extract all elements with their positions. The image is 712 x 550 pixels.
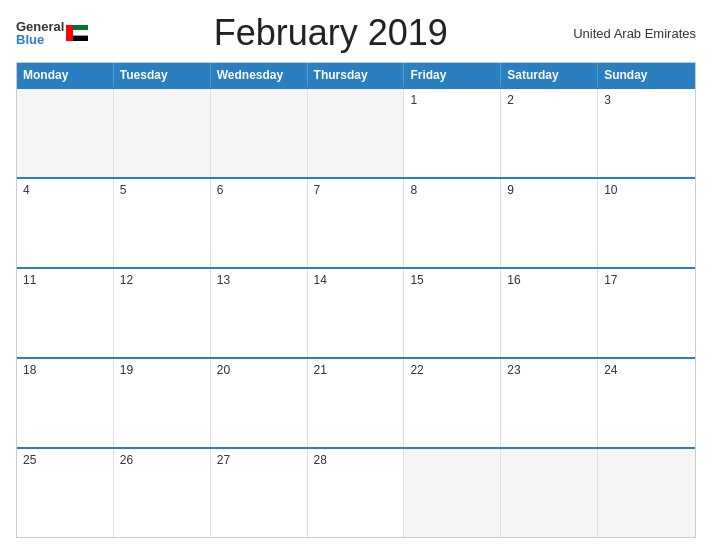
cal-cell <box>17 89 114 177</box>
day-number: 18 <box>23 363 107 377</box>
calendar-header-row: Monday Tuesday Wednesday Thursday Friday… <box>17 63 695 87</box>
day-number: 15 <box>410 273 494 287</box>
col-sunday: Sunday <box>598 63 695 87</box>
cal-cell <box>501 449 598 537</box>
day-number: 24 <box>604 363 689 377</box>
cal-cell: 13 <box>211 269 308 357</box>
cal-cell: 19 <box>114 359 211 447</box>
cal-cell: 18 <box>17 359 114 447</box>
logo-flag-icon <box>66 25 88 41</box>
col-monday: Monday <box>17 63 114 87</box>
cal-cell: 22 <box>404 359 501 447</box>
day-number: 23 <box>507 363 591 377</box>
cal-cell: 23 <box>501 359 598 447</box>
day-number: 19 <box>120 363 204 377</box>
cal-cell: 7 <box>308 179 405 267</box>
cal-cell: 10 <box>598 179 695 267</box>
cal-cell: 4 <box>17 179 114 267</box>
cal-cell: 26 <box>114 449 211 537</box>
cal-cell <box>598 449 695 537</box>
day-number: 17 <box>604 273 689 287</box>
cal-cell: 8 <box>404 179 501 267</box>
country-label: United Arab Emirates <box>573 26 696 41</box>
col-saturday: Saturday <box>501 63 598 87</box>
cal-cell: 5 <box>114 179 211 267</box>
col-friday: Friday <box>404 63 501 87</box>
day-number: 21 <box>314 363 398 377</box>
day-number: 26 <box>120 453 204 467</box>
cal-cell: 27 <box>211 449 308 537</box>
day-number: 7 <box>314 183 398 197</box>
cal-cell: 28 <box>308 449 405 537</box>
day-number: 11 <box>23 273 107 287</box>
cal-week-2: 45678910 <box>17 177 695 267</box>
day-number: 14 <box>314 273 398 287</box>
cal-cell: 1 <box>404 89 501 177</box>
calendar: Monday Tuesday Wednesday Thursday Friday… <box>16 62 696 538</box>
cal-week-3: 11121314151617 <box>17 267 695 357</box>
day-number: 16 <box>507 273 591 287</box>
day-number: 9 <box>507 183 591 197</box>
header: General Blue February 2019 United Arab E… <box>16 12 696 54</box>
cal-cell: 9 <box>501 179 598 267</box>
svg-rect-4 <box>66 25 73 41</box>
cal-cell: 12 <box>114 269 211 357</box>
cal-cell: 17 <box>598 269 695 357</box>
logo: General Blue <box>16 20 88 46</box>
logo-blue-text: Blue <box>16 33 64 46</box>
day-number: 3 <box>604 93 689 107</box>
day-number: 5 <box>120 183 204 197</box>
cal-week-1: 123 <box>17 87 695 177</box>
day-number: 13 <box>217 273 301 287</box>
day-number: 1 <box>410 93 494 107</box>
cal-cell: 24 <box>598 359 695 447</box>
cal-cell: 14 <box>308 269 405 357</box>
cal-cell: 25 <box>17 449 114 537</box>
day-number: 20 <box>217 363 301 377</box>
day-number: 28 <box>314 453 398 467</box>
cal-cell: 20 <box>211 359 308 447</box>
day-number: 8 <box>410 183 494 197</box>
day-number: 2 <box>507 93 591 107</box>
page: General Blue February 2019 United Arab E… <box>0 0 712 550</box>
cal-cell <box>308 89 405 177</box>
day-number: 6 <box>217 183 301 197</box>
calendar-body: 1234567891011121314151617181920212223242… <box>17 87 695 537</box>
cal-cell <box>211 89 308 177</box>
cal-cell: 3 <box>598 89 695 177</box>
day-number: 25 <box>23 453 107 467</box>
cal-cell: 11 <box>17 269 114 357</box>
cal-cell: 21 <box>308 359 405 447</box>
cal-cell: 15 <box>404 269 501 357</box>
day-number: 10 <box>604 183 689 197</box>
col-thursday: Thursday <box>308 63 405 87</box>
cal-cell: 6 <box>211 179 308 267</box>
day-number: 27 <box>217 453 301 467</box>
col-tuesday: Tuesday <box>114 63 211 87</box>
cal-cell <box>404 449 501 537</box>
col-wednesday: Wednesday <box>211 63 308 87</box>
day-number: 22 <box>410 363 494 377</box>
cal-cell: 2 <box>501 89 598 177</box>
cal-week-5: 25262728 <box>17 447 695 537</box>
cal-week-4: 18192021222324 <box>17 357 695 447</box>
day-number: 4 <box>23 183 107 197</box>
calendar-title: February 2019 <box>88 12 573 54</box>
cal-cell <box>114 89 211 177</box>
cal-cell: 16 <box>501 269 598 357</box>
day-number: 12 <box>120 273 204 287</box>
